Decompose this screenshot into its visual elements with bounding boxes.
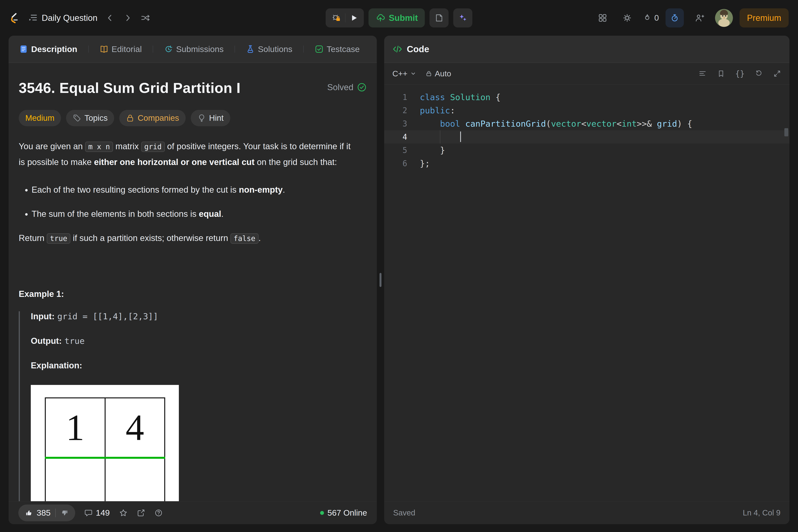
top-navbar: Daily Question [0,0,798,36]
tab-submissions[interactable]: Submissions [157,44,230,54]
code-text: class Solution { [420,91,500,104]
grid-row-2 [46,459,164,501]
favorite-button[interactable] [119,509,128,517]
tab-editorial-label: Editorial [112,44,142,54]
output-value: true [64,336,85,346]
tab-testcase[interactable]: Testcase [308,44,366,54]
code-editor[interactable]: 1class Solution {2public:3 bool canParti… [384,85,790,501]
hint-badge[interactable]: Hint [191,110,230,126]
help-button[interactable] [154,509,163,517]
inline-code: m x n [85,141,113,152]
code-icon [392,44,402,54]
ai-assistant-button[interactable] [453,8,472,27]
share-button[interactable] [137,509,145,517]
text-segment: Each of the two resulting sections forme… [32,185,239,194]
bold-text: equal [199,209,221,218]
tab-solutions-label: Solutions [258,44,292,54]
submit-button[interactable]: Submit [368,8,425,27]
user-avatar[interactable] [715,9,733,27]
tab-testcase-label: Testcase [327,44,360,54]
lock-icon [126,114,134,122]
statement-list: Each of the two resulting sections forme… [19,182,352,222]
auto-label: Auto [435,69,451,78]
premium-button[interactable]: Premium [740,8,788,27]
stopwatch-icon [670,13,679,23]
prev-question-button[interactable] [101,14,119,22]
solved-check-icon [357,82,367,92]
streak-button[interactable]: 0 [643,13,659,23]
code-line[interactable]: 5 } [384,144,790,157]
like-count: 385 [37,508,51,518]
braces-button[interactable]: {} [735,69,745,78]
badge-row: Medium Topics [19,110,367,126]
code-token: >>& [637,119,657,129]
hint-label: Hint [209,113,224,123]
person-plus-icon [695,13,704,23]
notes-button[interactable] [430,8,449,27]
expand-icon [773,70,781,78]
timer-button[interactable] [666,8,684,27]
difficulty-label: Medium [25,113,54,123]
indent-guide [440,130,440,144]
next-question-button[interactable] [119,14,136,22]
settings-button[interactable] [618,13,636,23]
difficulty-badge[interactable]: Medium [19,110,61,126]
layout-grid-icon [598,13,607,23]
editor-scrollbar[interactable] [784,128,788,136]
nav-left: Daily Question [10,13,154,23]
tab-description-label: Description [31,44,77,54]
text-segment: . [283,185,285,194]
chevron-right-icon [123,14,132,22]
format-button[interactable] [699,70,707,78]
description-icon [19,44,28,54]
tab-description[interactable]: Description [18,44,84,54]
bookmark-icon [717,70,725,78]
inline-code: grid [141,141,165,152]
premium-label: Premium [747,13,781,23]
tab-submissions-label: Submissions [176,44,224,54]
run-button[interactable] [345,8,362,27]
input-label: Input: [31,311,55,321]
invite-button[interactable] [690,13,708,23]
code-line[interactable]: 3 bool canPartitionGrid(vector<vector<in… [384,117,790,130]
random-question-button[interactable] [136,13,154,23]
companies-badge[interactable]: Companies [119,110,186,126]
leetcode-logo[interactable] [10,13,18,23]
code-line[interactable]: 6}; [384,157,790,170]
bookmark-button[interactable] [717,70,725,78]
panel-resize-handle[interactable] [380,273,381,287]
tab-solutions[interactable]: Solutions [239,44,299,54]
nav-right: 0 [594,8,788,27]
debug-button[interactable] [327,8,345,27]
like-button[interactable]: 385 [20,505,55,521]
language-select[interactable]: C++ [392,69,416,78]
topics-badge[interactable]: Topics [66,110,114,126]
save-status: Saved [393,509,415,517]
main-area: Description Editorial [8,36,790,524]
cut-line [45,457,165,459]
daily-question-button[interactable]: Daily Question [24,13,101,23]
comments-button[interactable]: 149 [84,508,110,518]
code-text: public: [420,104,455,117]
reset-icon [755,70,763,78]
note-icon [435,14,443,22]
auto-mode[interactable]: Auto [425,69,451,78]
reset-button[interactable] [755,70,763,78]
code-line[interactable]: 4 [384,130,790,144]
layout-button[interactable] [594,13,611,23]
language-label: C++ [392,69,407,78]
cursor-position: Ln 4, Col 9 [743,509,780,517]
problem-content[interactable]: 3546. Equal Sum Grid Partition I Solved … [8,63,377,501]
code-line[interactable]: 1class Solution { [384,91,790,104]
example-output: Output:true [31,336,367,346]
line-number: 5 [384,144,407,157]
example-explanation: Explanation: [31,360,367,370]
tab-editorial[interactable]: Editorial [93,44,149,54]
text-segment: . [259,233,261,243]
code-line[interactable]: 2public: [384,104,790,117]
code-token: : [450,106,455,115]
fullscreen-button[interactable] [773,70,781,78]
dislike-button[interactable] [56,505,74,521]
inline-code: false [230,233,258,244]
thumbs-up-icon [24,509,33,517]
